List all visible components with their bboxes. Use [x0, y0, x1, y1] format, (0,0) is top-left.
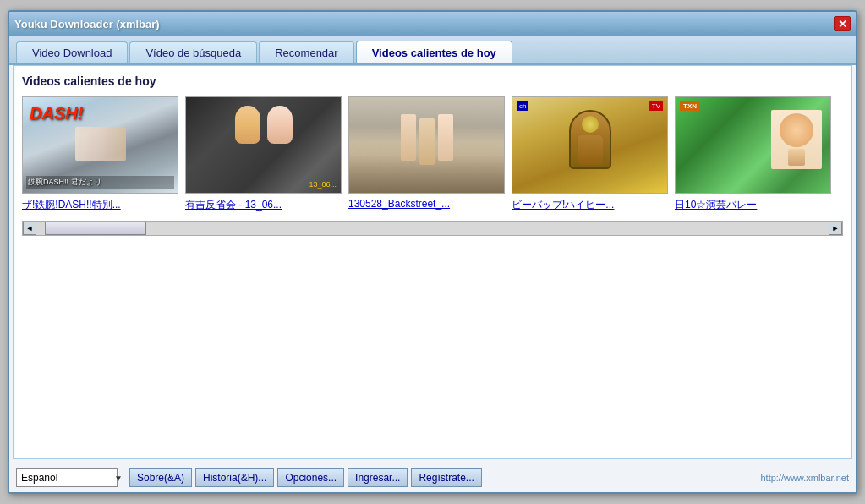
window-title: Youku Downloader (xmlbar) [14, 18, 160, 30]
ingresar-button[interactable]: Ingresar... [348, 468, 408, 487]
tab-video-search[interactable]: Vídeo de búsqueda [129, 41, 257, 63]
opciones-button[interactable]: Opciones... [277, 468, 344, 487]
scroll-thumb[interactable] [45, 222, 146, 235]
scroll-right-button[interactable]: ► [829, 222, 842, 235]
tab-videos-calientes[interactable]: Videos calientes de hoy [356, 41, 512, 63]
list-item: ch TV ビーバップ!ハイヒー... [512, 96, 668, 212]
video-link[interactable]: 130528_Backstreet_... [348, 198, 505, 210]
tab-recomendar[interactable]: Recomendar [259, 41, 353, 63]
video-link[interactable]: 日10☆演芸バレー [675, 198, 831, 212]
historia-button[interactable]: Historia(&H)... [195, 468, 274, 487]
scroll-left-button[interactable]: ◄ [23, 222, 36, 235]
language-selector-wrapper: Español English 中文 ▼ [16, 468, 126, 487]
title-bar: Youku Downloader (xmlbar) ✕ [9, 12, 856, 36]
video-thumbnail[interactable]: ch TV [512, 96, 668, 194]
video-thumbnail[interactable]: DASH! 鉄腕DASH!! 君だより [22, 96, 178, 194]
registrate-button[interactable]: Regístrate... [411, 468, 481, 487]
main-window: Youku Downloader (xmlbar) ✕ Video Downlo… [8, 10, 857, 494]
scrollbar[interactable]: ◄ ► [22, 221, 843, 236]
video-link[interactable]: ザ!鉄腕!DASH!!特別... [22, 198, 178, 212]
scroll-track[interactable] [36, 222, 829, 235]
video-grid: DASH! 鉄腕DASH!! 君だより ザ!鉄腕!DASH!!特別... 1 [22, 96, 843, 212]
close-button[interactable]: ✕ [834, 16, 851, 31]
tab-video-download[interactable]: Video Download [16, 41, 128, 63]
list-item: TXN 日10☆演芸バレー [675, 96, 831, 212]
list-item: DASH! 鉄腕DASH!! 君だより ザ!鉄腕!DASH!!特別... [22, 96, 178, 212]
list-item: 130528_Backstreet_... [348, 96, 505, 212]
sobre-button[interactable]: Sobre(&A) [129, 468, 192, 487]
list-item: 13_06... 有吉反省会 - 13_06... [185, 96, 342, 212]
language-select[interactable]: Español English 中文 [16, 468, 118, 487]
video-thumbnail[interactable]: TXN [675, 96, 831, 194]
video-link[interactable]: 有吉反省会 - 13_06... [185, 198, 342, 212]
tab-bar: Video Download Vídeo de búsqueda Recomen… [9, 36, 856, 65]
video-thumbnail[interactable]: 13_06... [185, 96, 342, 194]
footer-url: http://www.xmlbar.net [760, 473, 849, 483]
content-area: Videos calientes de hoy DASH! 鉄腕DASH!! 君… [13, 65, 852, 459]
video-thumbnail[interactable] [348, 96, 505, 194]
section-title: Videos calientes de hoy [22, 74, 843, 88]
video-link[interactable]: ビーバップ!ハイヒー... [512, 198, 668, 212]
footer: Español English 中文 ▼ Sobre(&A) Historia(… [9, 463, 856, 492]
